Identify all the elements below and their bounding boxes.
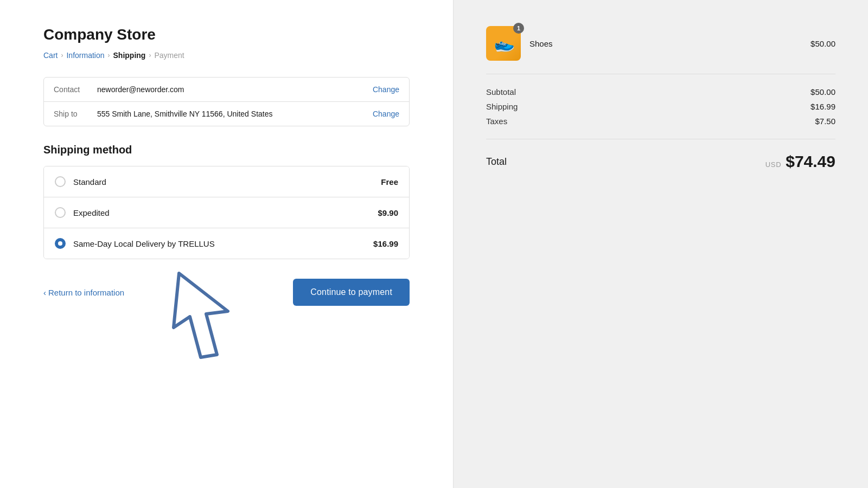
- shipping-label: Shipping: [486, 102, 518, 111]
- subtotal-value: $50.00: [810, 87, 835, 97]
- shipping-options: Standard Free Expedited $9.90 Same-Day L…: [43, 166, 410, 259]
- shipping-option-standard[interactable]: Standard Free: [44, 166, 409, 197]
- contact-value: neworder@neworder.com: [97, 85, 373, 94]
- option-price-sameday: $16.99: [373, 239, 398, 248]
- ship-to-change[interactable]: Change: [373, 110, 399, 118]
- info-box: Contact neworder@neworder.com Change Shi…: [43, 77, 410, 126]
- breadcrumb-sep-3: ›: [149, 52, 151, 59]
- shoe-icon: 👟: [492, 31, 516, 55]
- breadcrumb-cart[interactable]: Cart: [43, 51, 58, 60]
- ship-to-label: Ship to: [54, 110, 97, 118]
- product-price: $50.00: [810, 39, 835, 48]
- breadcrumb-sep-2: ›: [108, 52, 110, 59]
- radio-sameday[interactable]: [55, 238, 66, 249]
- shipping-row: Shipping $16.99: [486, 102, 835, 111]
- option-label-standard: Standard: [73, 177, 381, 187]
- radio-expedited[interactable]: [55, 207, 66, 218]
- breadcrumb-shipping: Shipping: [113, 51, 146, 60]
- taxes-row: Taxes $7.50: [486, 117, 835, 126]
- radio-standard[interactable]: [55, 176, 66, 187]
- total-currency: USD: [765, 160, 781, 169]
- shipping-option-sameday[interactable]: Same-Day Local Delivery by TRELLUS $16.9…: [44, 228, 409, 259]
- cursor-arrow-annotation: [168, 268, 255, 365]
- store-title: Company Store: [43, 26, 410, 43]
- subtotal-row: Subtotal $50.00: [486, 87, 835, 97]
- breadcrumb-sep-1: ›: [61, 52, 63, 59]
- return-label: Return to information: [48, 288, 124, 297]
- return-to-information-link[interactable]: ‹ Return to information: [43, 288, 124, 297]
- contact-change[interactable]: Change: [373, 85, 399, 94]
- continue-to-payment-button[interactable]: Continue to payment: [293, 279, 410, 306]
- subtotal-label: Subtotal: [486, 87, 516, 97]
- breadcrumb-payment: Payment: [154, 51, 184, 60]
- option-price-expedited: $9.90: [378, 208, 398, 217]
- option-label-sameday: Same-Day Local Delivery by TRELLUS: [73, 239, 373, 248]
- contact-label: Contact: [54, 85, 97, 94]
- svg-marker-0: [174, 273, 228, 357]
- total-label: Total: [486, 156, 507, 168]
- contact-row: Contact neworder@neworder.com Change: [44, 78, 409, 101]
- shipping-value: $16.99: [810, 102, 835, 111]
- total-right: USD $74.49: [765, 152, 835, 171]
- return-chevron-icon: ‹: [43, 288, 46, 297]
- product-row: 👟 1 Shoes $50.00: [486, 26, 835, 74]
- taxes-value: $7.50: [815, 117, 835, 126]
- total-amount: $74.49: [786, 152, 835, 171]
- product-badge: 1: [513, 23, 524, 34]
- option-label-expedited: Expedited: [73, 208, 378, 217]
- actions: ‹ Return to information Continue to paym…: [43, 279, 410, 306]
- taxes-label: Taxes: [486, 117, 507, 126]
- total-row: Total USD $74.49: [486, 152, 835, 171]
- ship-to-value: 555 Smith Lane, Smithville NY 11566, Uni…: [97, 110, 373, 118]
- shipping-option-expedited[interactable]: Expedited $9.90: [44, 197, 409, 228]
- shipping-method-title: Shipping method: [43, 144, 410, 156]
- option-price-standard: Free: [381, 177, 398, 187]
- breadcrumb: Cart › Information › Shipping › Payment: [43, 51, 410, 60]
- product-name: Shoes: [529, 39, 802, 48]
- summary-rows: Subtotal $50.00 Shipping $16.99 Taxes $7…: [486, 87, 835, 139]
- right-panel: 👟 1 Shoes $50.00 Subtotal $50.00 Shippin…: [453, 0, 868, 488]
- ship-to-row: Ship to 555 Smith Lane, Smithville NY 11…: [44, 101, 409, 126]
- breadcrumb-information[interactable]: Information: [66, 51, 104, 60]
- product-image-wrap: 👟 1: [486, 26, 521, 61]
- left-panel: Company Store Cart › Information › Shipp…: [0, 0, 453, 488]
